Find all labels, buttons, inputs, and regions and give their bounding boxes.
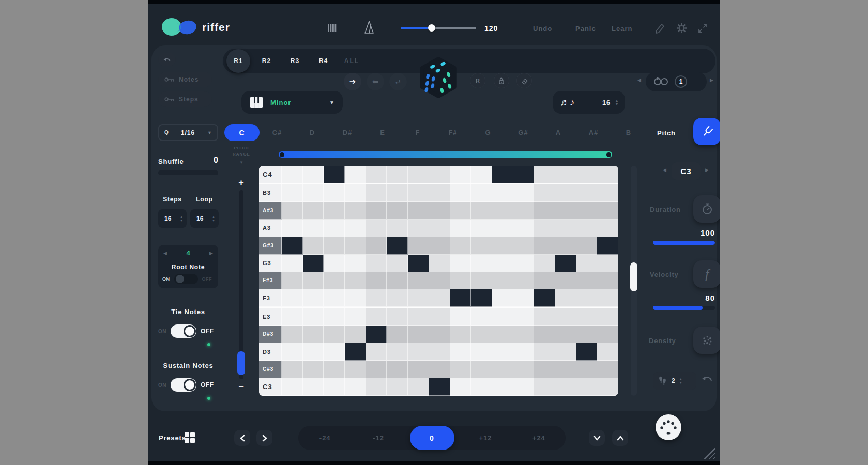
quantize-dropdown[interactable]: Q 1/16 ▼ xyxy=(158,124,218,141)
grid-cell[interactable] xyxy=(513,289,535,307)
grid-cell[interactable] xyxy=(534,361,555,378)
metronome-icon[interactable] xyxy=(362,20,376,35)
undo-walk-icon[interactable] xyxy=(701,374,713,384)
note-length-control[interactable]: ♬♪ 16 ▴▾ xyxy=(553,91,625,114)
grid-cell[interactable] xyxy=(408,166,429,183)
grid-cell[interactable] xyxy=(555,289,576,307)
loop-prev-icon[interactable]: ◀ xyxy=(637,78,641,83)
grid-cell[interactable] xyxy=(450,255,471,272)
grid-note-cell[interactable] xyxy=(303,255,324,272)
grid-cell[interactable] xyxy=(492,289,513,307)
window-resize-handle[interactable] xyxy=(704,447,715,459)
grid-cell[interactable] xyxy=(471,308,492,326)
stepper-icon[interactable]: ▴▾ xyxy=(180,215,182,222)
root-next-icon[interactable]: ▶ xyxy=(209,251,213,256)
grid-cell[interactable] xyxy=(366,166,387,183)
grid-cell[interactable] xyxy=(408,184,429,202)
note-pill-cs[interactable]: C# xyxy=(260,124,295,141)
grid-cell[interactable] xyxy=(387,361,408,378)
grid-cell[interactable] xyxy=(429,184,450,202)
rotation-tab-r2[interactable]: R2 xyxy=(252,57,281,65)
dice-randomize-button[interactable] xyxy=(417,56,460,99)
grid-cell[interactable] xyxy=(534,220,555,237)
grid-cell[interactable] xyxy=(450,308,471,326)
grid-cell[interactable] xyxy=(387,202,408,220)
grid-cell[interactable] xyxy=(366,202,387,220)
grid-cell[interactable] xyxy=(513,343,535,361)
grid-cell[interactable] xyxy=(345,289,366,307)
grid-cell[interactable] xyxy=(492,308,513,326)
grid-cell[interactable] xyxy=(324,237,345,255)
grid-cell[interactable] xyxy=(471,361,492,378)
grid-cell[interactable] xyxy=(450,220,471,237)
grid-cell[interactable] xyxy=(555,184,576,202)
pitch-range-slider[interactable] xyxy=(239,190,243,379)
grid-cell[interactable] xyxy=(597,308,618,326)
grid-cell[interactable] xyxy=(345,326,366,343)
grid-cell[interactable] xyxy=(471,220,492,237)
grid-cell[interactable] xyxy=(282,184,303,202)
grid-cell[interactable] xyxy=(471,326,492,343)
grid-cell[interactable] xyxy=(282,361,303,378)
grid-cell[interactable] xyxy=(576,272,598,290)
grid-cell[interactable] xyxy=(387,308,408,326)
grid-cell[interactable] xyxy=(387,289,408,307)
note-pill-c[interactable]: C xyxy=(224,124,260,141)
undo-button[interactable]: Undo xyxy=(533,25,552,33)
grid-cell[interactable] xyxy=(429,308,450,326)
grid-cell[interactable] xyxy=(408,272,429,290)
grid-note-cell[interactable] xyxy=(534,289,555,307)
grid-cell[interactable] xyxy=(576,289,598,307)
grid-cell[interactable] xyxy=(597,255,618,272)
grid-cell[interactable] xyxy=(345,272,366,290)
grid-cell[interactable] xyxy=(534,308,555,326)
grid-note-cell[interactable] xyxy=(282,237,303,255)
grid-cell[interactable] xyxy=(408,308,429,326)
note-pill-d[interactable]: D xyxy=(295,124,330,141)
grid-cell[interactable] xyxy=(492,378,513,396)
walk-steps-control[interactable]: 2 ▴▾ xyxy=(653,372,696,390)
grid-cell[interactable] xyxy=(282,308,303,326)
grid-cell[interactable] xyxy=(597,361,618,378)
grid-cell[interactable] xyxy=(492,220,513,237)
r-randomize-button[interactable]: R xyxy=(470,73,485,88)
tempo-slider[interactable] xyxy=(401,27,476,29)
grid-cell[interactable] xyxy=(471,272,492,290)
note-pill-ds[interactable]: D# xyxy=(330,124,365,141)
grid-cell[interactable] xyxy=(429,272,450,290)
grid-note-cell[interactable] xyxy=(576,343,598,361)
grid-cell[interactable] xyxy=(429,220,450,237)
notes-lock-pill[interactable]: Notes xyxy=(158,72,212,87)
grid-cell[interactable] xyxy=(303,308,324,326)
grid-cell[interactable] xyxy=(450,202,471,220)
stepper-icon[interactable]: ▴▾ xyxy=(212,215,215,222)
scale-selector[interactable]: Minor ▼ xyxy=(241,91,343,114)
grid-cell[interactable] xyxy=(450,272,471,290)
grid-note-cell[interactable] xyxy=(324,166,345,183)
grid-note-cell[interactable] xyxy=(513,166,535,183)
grid-cell[interactable] xyxy=(282,166,303,183)
velocity-bar[interactable] xyxy=(653,306,715,310)
grid-cell[interactable] xyxy=(534,255,555,272)
grid-cell[interactable] xyxy=(450,343,471,361)
grid-cell[interactable] xyxy=(576,166,598,183)
note-pill-fs[interactable]: F# xyxy=(435,124,470,141)
octave-up-button[interactable] xyxy=(612,430,628,446)
grid-cell[interactable] xyxy=(303,378,324,396)
grid-note-cell[interactable] xyxy=(597,237,618,255)
pitch-range-minus-button[interactable]: − xyxy=(226,381,257,392)
grid-cell[interactable] xyxy=(597,343,618,361)
density-knob-button[interactable] xyxy=(693,327,720,354)
transpose-option-+24[interactable]: +24 xyxy=(512,426,566,450)
grid-cell[interactable] xyxy=(429,361,450,378)
grid-cell[interactable] xyxy=(345,361,366,378)
grid-cell[interactable] xyxy=(471,237,492,255)
grid-cell[interactable] xyxy=(450,326,471,343)
grid-cell[interactable] xyxy=(408,202,429,220)
keyboard-icon[interactable] xyxy=(327,23,337,33)
pitch-range-gradient-slider[interactable] xyxy=(279,151,612,158)
grid-cell[interactable] xyxy=(303,237,324,255)
grid-cell[interactable] xyxy=(324,326,345,343)
grid-cell[interactable] xyxy=(471,166,492,183)
grid-cell[interactable] xyxy=(282,343,303,361)
